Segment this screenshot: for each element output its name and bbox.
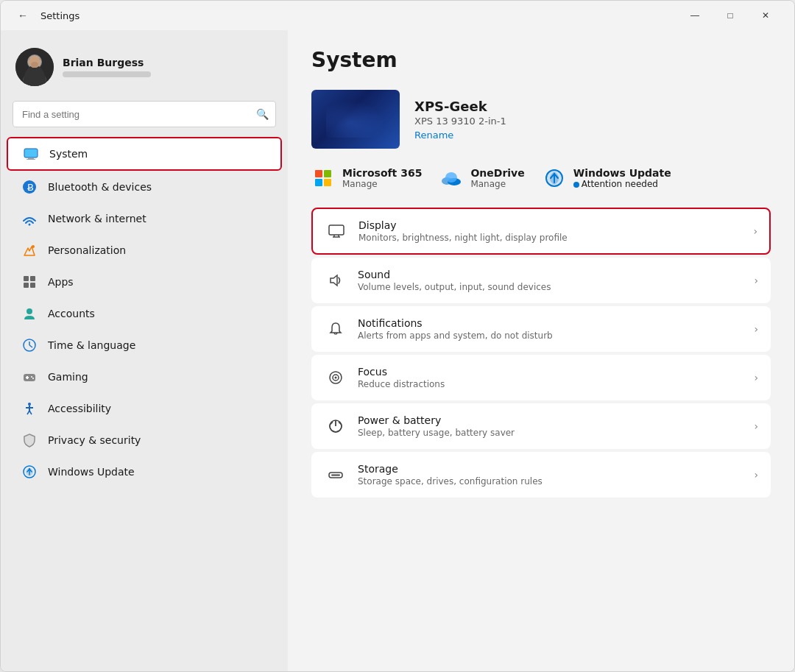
sidebar-item-update[interactable]: Windows Update (7, 456, 282, 487)
onedrive-sub: Manage (470, 179, 524, 189)
ms365-text: Microsoft 365 Manage (342, 167, 422, 189)
svg-point-26 (32, 378, 34, 379)
close-button[interactable]: ✕ (749, 4, 782, 27)
quick-action-onedrive[interactable]: OneDrive Manage (439, 166, 524, 190)
sidebar-item-label-network: Network & internet (48, 213, 267, 224)
nav-list: System Ƀ Bluetooth & devices Network & i… (1, 136, 288, 488)
user-name: Brian Burgess (63, 57, 151, 68)
sound-text: Sound Volume levels, output, input, soun… (358, 269, 748, 292)
svg-rect-15 (30, 276, 35, 281)
svg-point-36 (445, 172, 457, 183)
onedrive-text: OneDrive Manage (470, 167, 524, 189)
search-input[interactable] (13, 101, 276, 127)
display-sub: Monitors, brightness, night light, displ… (358, 233, 747, 243)
user-section: Brian Burgess (1, 39, 288, 98)
svg-marker-44 (331, 275, 337, 286)
settings-item-sound[interactable]: Sound Volume levels, output, input, soun… (311, 258, 771, 303)
sidebar-item-network[interactable]: Network & internet (7, 203, 282, 234)
sidebar-item-label-privacy: Privacy & security (48, 434, 267, 446)
page-title: System (311, 48, 771, 72)
user-info: Brian Burgess (63, 57, 151, 77)
settings-item-notifications[interactable]: Notifications Alerts from apps and syste… (311, 306, 771, 352)
svg-text:Ƀ: Ƀ (27, 182, 34, 193)
svg-point-27 (28, 403, 31, 406)
network-icon (21, 211, 38, 227)
ms365-icon (311, 166, 335, 190)
sidebar-item-label-gaming: Gaming (48, 371, 267, 383)
focus-icon (324, 366, 347, 389)
rename-button[interactable]: Rename (414, 130, 506, 141)
attention-dot (573, 182, 579, 188)
power-sub: Sleep, battery usage, battery saver (358, 428, 748, 438)
display-icon (325, 219, 348, 243)
wu-icon (543, 166, 566, 190)
sidebar-item-time[interactable]: Time & language (7, 330, 282, 361)
sidebar-item-personalization[interactable]: Personalization (7, 235, 282, 266)
storage-title: Storage (358, 463, 748, 475)
settings-item-storage[interactable]: Storage Storage space, drives, configura… (311, 452, 771, 498)
back-button[interactable]: ← (13, 5, 33, 26)
settings-item-display[interactable]: Display Monitors, brightness, night ligh… (311, 208, 771, 255)
apps-icon (21, 274, 38, 290)
onedrive-title: OneDrive (470, 167, 524, 179)
ms365-title: Microsoft 365 (342, 167, 422, 179)
title-bar-controls: — □ ✕ (678, 4, 782, 27)
sidebar-item-label-personalization: Personalization (48, 244, 267, 256)
winupdate-sub: Attention needed (573, 179, 671, 189)
system-icon (23, 146, 39, 162)
sidebar-item-accounts[interactable]: Accounts (7, 298, 282, 329)
settings-item-power[interactable]: Power & battery Sleep, battery usage, ba… (311, 403, 771, 449)
svg-point-47 (335, 377, 337, 379)
svg-rect-9 (26, 159, 35, 160)
sidebar-item-bluetooth[interactable]: Ƀ Bluetooth & devices (7, 171, 282, 202)
sidebar-item-label-accessibility: Accessibility (48, 403, 267, 414)
quick-action-winupdate[interactable]: Windows Update Attention needed (543, 166, 671, 190)
sidebar-item-label-update: Windows Update (48, 466, 267, 478)
sound-icon (324, 269, 347, 292)
display-text: Display Monitors, brightness, night ligh… (358, 219, 747, 243)
sidebar-item-label-time: Time & language (48, 339, 267, 351)
display-arrow: › (753, 225, 757, 237)
sidebar-item-privacy[interactable]: Privacy & security (7, 425, 282, 456)
focus-arrow: › (754, 372, 758, 383)
svg-line-21 (29, 345, 32, 347)
sidebar-item-system[interactable]: System (7, 137, 282, 171)
winupdate-title: Windows Update (573, 167, 671, 179)
quick-action-ms365[interactable]: Microsoft 365 Manage (311, 166, 422, 190)
windows-update-icon (21, 464, 38, 480)
bluetooth-icon: Ƀ (21, 179, 38, 195)
svg-rect-7 (24, 149, 38, 158)
notifications-text: Notifications Alerts from apps and syste… (358, 317, 748, 341)
focus-text: Focus Reduce distractions (358, 366, 748, 389)
sidebar-item-label-system: System (49, 148, 266, 160)
svg-point-12 (29, 224, 31, 226)
svg-point-13 (32, 245, 35, 248)
power-text: Power & battery Sleep, battery usage, ba… (358, 414, 748, 438)
device-card: XPS-Geek XPS 13 9310 2-in-1 Rename (311, 90, 771, 149)
time-icon (21, 337, 38, 353)
sidebar-item-accessibility[interactable]: Accessibility (7, 393, 282, 424)
settings-item-focus[interactable]: Focus Reduce distractions › (311, 355, 771, 400)
notifications-arrow: › (754, 323, 758, 335)
svg-rect-17 (30, 283, 35, 288)
svg-point-6 (31, 62, 38, 68)
winupdate-text: Windows Update Attention needed (573, 167, 671, 189)
svg-line-30 (27, 411, 29, 414)
user-email-bar (63, 71, 151, 77)
sidebar-item-label-accounts: Accounts (48, 308, 267, 319)
svg-rect-22 (24, 374, 35, 381)
accounts-icon (21, 305, 38, 322)
device-thumbnail (311, 90, 400, 149)
svg-rect-14 (24, 276, 29, 281)
svg-point-18 (26, 308, 32, 314)
title-bar: ← Settings — □ ✕ (1, 1, 794, 30)
notifications-icon (324, 317, 347, 341)
minimize-button[interactable]: — (678, 4, 712, 27)
maximize-button[interactable]: □ (713, 4, 747, 27)
privacy-icon (21, 432, 38, 448)
sidebar-item-apps[interactable]: Apps (7, 266, 282, 297)
device-model: XPS 13 9310 2-in-1 (414, 116, 506, 127)
storage-text: Storage Storage space, drives, configura… (358, 463, 748, 487)
device-name: XPS-Geek (414, 99, 506, 114)
sidebar-item-gaming[interactable]: Gaming (7, 361, 282, 392)
